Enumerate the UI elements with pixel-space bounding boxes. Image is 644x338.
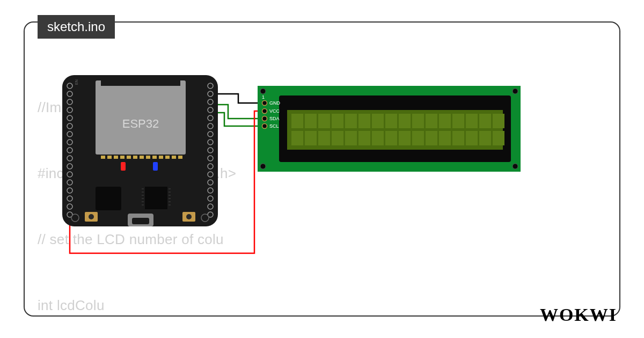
lcd-module[interactable]: 1 GND VCC SDA SCL [258,86,521,172]
svg-point-112 [260,89,266,94]
circuit-diagram: EN ESP32 [0,0,644,338]
svg-point-109 [262,109,267,114]
svg-rect-53 [145,187,167,209]
svg-rect-79 [332,114,343,128]
led-red [121,162,126,171]
svg-rect-49 [165,156,170,159]
svg-rect-105 [466,131,478,145]
svg-rect-103 [439,131,451,145]
wire-gnd [215,94,262,103]
svg-rect-46 [146,156,150,159]
led-blue [153,162,158,171]
svg-rect-101 [412,131,424,145]
svg-point-108 [262,101,267,106]
svg-rect-42 [120,156,125,159]
svg-rect-99 [385,131,397,145]
svg-rect-51 [178,156,182,159]
svg-rect-80 [345,114,357,128]
svg-point-114 [260,164,266,169]
svg-rect-76 [291,114,303,128]
svg-rect-47 [152,156,157,159]
lcd-pin-scl: SCL [269,123,279,129]
lcd-pin1-marker: 1 [262,94,265,100]
svg-rect-48 [159,156,163,159]
svg-rect-81 [358,114,370,128]
svg-rect-84 [399,114,411,128]
lcd-pin-gnd: GND [269,100,281,106]
svg-rect-78 [318,114,330,128]
svg-rect-104 [452,131,464,145]
svg-rect-50 [172,156,176,159]
svg-rect-82 [372,114,384,128]
svg-text:EN: EN [75,79,78,85]
svg-rect-87 [439,114,451,128]
button-right[interactable] [182,212,195,222]
svg-rect-83 [385,114,397,128]
svg-point-70 [186,214,192,219]
lcd-pin-vcc: VCC [269,108,280,114]
svg-point-113 [513,89,518,94]
svg-rect-94 [318,131,330,145]
svg-rect-66 [132,218,149,224]
svg-rect-89 [466,114,478,128]
svg-rect-86 [426,114,437,128]
lcd-pin-sda: SDA [269,116,280,121]
svg-rect-90 [479,114,491,128]
svg-rect-107 [493,131,504,145]
esp32-board[interactable]: EN ESP32 [62,75,218,226]
esp32-label: ESP32 [122,117,159,130]
svg-rect-85 [412,114,424,128]
svg-point-111 [262,124,267,129]
brand-logo: WOKWI [540,305,617,325]
svg-rect-98 [372,131,384,145]
svg-rect-106 [479,131,491,145]
svg-rect-97 [358,131,370,145]
svg-rect-100 [399,131,411,145]
svg-rect-92 [291,131,303,145]
svg-rect-43 [127,156,131,159]
svg-rect-41 [114,156,118,159]
svg-rect-95 [332,131,343,145]
svg-rect-44 [133,156,137,159]
svg-point-115 [513,164,518,169]
svg-point-110 [262,116,267,121]
svg-rect-77 [305,114,317,128]
svg-rect-93 [305,131,317,145]
svg-rect-52 [96,187,121,210]
svg-rect-38 [122,77,160,84]
file-tab[interactable]: sketch.ino [38,15,115,39]
svg-rect-91 [493,114,504,128]
svg-rect-88 [452,114,464,128]
svg-rect-102 [426,131,437,145]
svg-point-68 [89,214,94,219]
svg-rect-96 [345,131,357,145]
svg-rect-45 [140,156,144,159]
button-left[interactable] [85,212,98,222]
svg-rect-40 [107,156,112,159]
svg-rect-39 [101,156,105,159]
